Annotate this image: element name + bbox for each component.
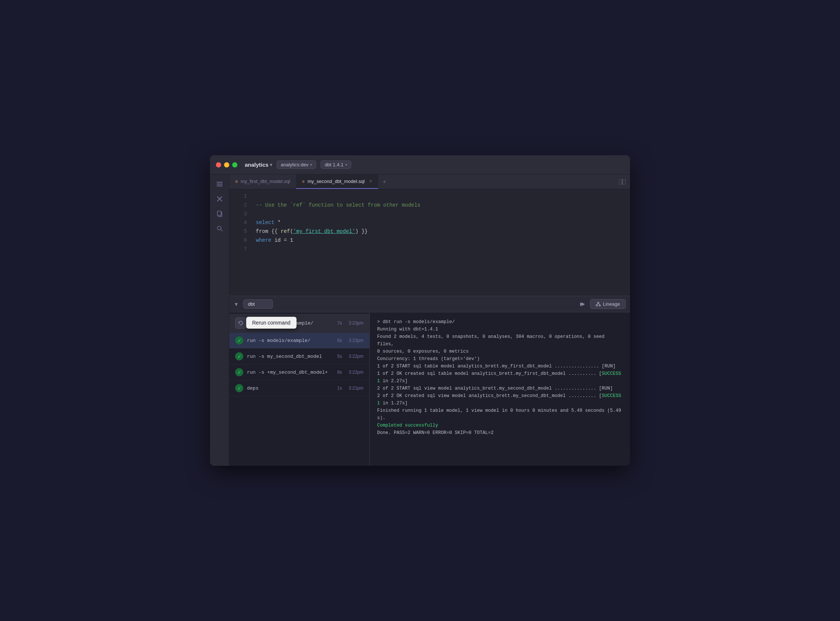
log-line: 1 in 2.27s]	[377, 377, 623, 385]
run-item-label: run -s +my_second_dbt_model+	[247, 370, 334, 375]
app-name-label: analytics	[245, 162, 268, 168]
run-item-label: run -s models/example/	[247, 338, 334, 344]
run-duration: 8s	[337, 370, 342, 375]
code-line-7: 7	[229, 245, 630, 254]
list-item[interactable]: ✓ run -s models/example/ 6s 3:22pm	[229, 333, 369, 348]
svg-rect-2	[217, 186, 223, 186]
svg-line-6	[221, 230, 222, 231]
run-item-label: deps	[247, 386, 334, 391]
svg-point-13	[599, 304, 600, 306]
svg-rect-1	[217, 184, 223, 185]
sidebar-item-search[interactable]	[213, 222, 226, 235]
success-icon: ✓	[235, 384, 243, 392]
log-line: > dbt run -s models/example/	[377, 318, 623, 326]
runs-list-wrapper: Rerun command run -s models/example/	[229, 314, 369, 333]
app-window: analytics ▾ analytics:dev ▾ dbt 1.4.1 ▾	[210, 155, 630, 466]
tab-first-label: my_first_dbt_model.sql	[241, 179, 290, 184]
tab-icon-second: ≡	[302, 179, 305, 184]
svg-point-12	[596, 304, 597, 306]
tabs-bar: ≡ my_first_dbt_model.sql ≡ my_second_dbt…	[229, 174, 630, 189]
bottom-panel: ▼	[229, 296, 630, 466]
tab-add-button[interactable]: +	[378, 174, 390, 189]
rerun-tooltip: Rerun command	[246, 317, 297, 329]
log-line: Concurrency: 1 threads (target='dev')	[377, 355, 623, 363]
maximize-button[interactable]	[232, 162, 237, 167]
minimize-button[interactable]	[224, 162, 229, 167]
tooltip-text: Rerun command	[252, 320, 291, 326]
run-item-label: run -s my_second_dbt_model	[247, 354, 334, 359]
sidebar-item-files[interactable]	[213, 177, 226, 191]
close-button[interactable]	[216, 162, 221, 167]
app-dropdown-icon[interactable]: ▾	[270, 162, 272, 167]
svg-point-11	[597, 302, 599, 303]
traffic-lights	[216, 162, 237, 167]
dbt-version-selector[interactable]: dbt 1.4.1 ▾	[320, 161, 351, 169]
log-line: Done. PASS=2 WARN=0 ERROR=0 SKIP=0 TOTAL…	[377, 429, 623, 436]
dbt-chevron-icon: ▾	[345, 163, 347, 167]
svg-rect-4	[217, 211, 221, 215]
list-item[interactable]: ✓ run -s my_second_dbt_model 5s 3:22pm	[229, 348, 369, 365]
log-line: 1 of 2 START sql table model analytics_b…	[377, 363, 623, 370]
env-chevron-icon: ▾	[310, 163, 312, 167]
log-line: 0 sources, 0 exposures, 0 metrics	[377, 348, 623, 355]
panel-header: ▼	[229, 296, 630, 312]
list-item[interactable]: ✓ deps 1s 3:21pm	[229, 380, 369, 396]
log-line-success: Completed successfully	[377, 422, 623, 429]
tab-first-model[interactable]: ≡ my_first_dbt_model.sql	[229, 174, 296, 189]
tab-icon-first: ≡	[235, 179, 238, 184]
sidebar-item-close[interactable]	[213, 192, 226, 206]
sidebar	[210, 174, 229, 466]
svg-rect-8	[623, 179, 626, 185]
run-time: 3:22pm	[349, 354, 364, 359]
add-tab-icon: +	[383, 179, 386, 185]
run-duration: 6s	[337, 338, 342, 343]
log-line: 1 in 1.27s]	[377, 400, 623, 407]
tab-close-icon[interactable]: ✕	[369, 179, 372, 184]
sidebar-item-copy[interactable]	[213, 207, 226, 220]
svg-rect-7	[619, 179, 622, 185]
editor-layout-button[interactable]	[614, 174, 630, 189]
tab-second-label: my_second_dbt_model.sql	[308, 179, 365, 184]
code-line-3: 3	[229, 210, 630, 219]
dbt-version-label: dbt 1.4.1	[324, 162, 343, 167]
list-item[interactable]: ✓ run -s +my_second_dbt_model+ 8s 3:22pm	[229, 365, 369, 380]
main-layout: ≡ my_first_dbt_model.sql ≡ my_second_dbt…	[210, 174, 630, 466]
svg-line-15	[598, 303, 600, 304]
env-selector[interactable]: analytics:dev ▾	[276, 161, 316, 169]
app-title[interactable]: analytics ▾	[245, 162, 272, 168]
code-line-1: 1	[229, 192, 630, 201]
dbt-command-input[interactable]	[243, 299, 273, 309]
log-line: 2 of 2 OK created sql view model analyti…	[377, 392, 623, 400]
log-line: 2 of 2 START sql view model analytics_br…	[377, 385, 623, 392]
svg-marker-10	[582, 302, 585, 306]
titlebar: analytics ▾ analytics:dev ▾ dbt 1.4.1 ▾	[210, 155, 630, 174]
runs-list: Rerun command run -s models/example/	[229, 312, 370, 466]
code-line-6: 6 where id = 1	[229, 236, 630, 245]
code-editor[interactable]: 1 2 -- Use the `ref` function to select …	[229, 189, 630, 296]
run-duration: 5s	[337, 354, 342, 359]
tab-second-model[interactable]: ≡ my_second_dbt_model.sql ✕	[296, 174, 379, 189]
lineage-label: Lineage	[603, 301, 620, 307]
editor-area: ≡ my_first_dbt_model.sql ≡ my_second_dbt…	[229, 174, 630, 466]
success-icon: ✓	[235, 336, 243, 344]
success-icon: ✓	[235, 368, 243, 376]
lineage-button[interactable]: Lineage	[590, 299, 626, 309]
tabs-spacer	[391, 174, 614, 189]
log-line: s).	[377, 414, 623, 422]
run-duration: 1s	[337, 386, 342, 391]
panel-content: Rerun command run -s models/example/	[229, 312, 630, 466]
run-time: 3:21pm	[349, 386, 364, 391]
svg-rect-0	[217, 182, 223, 183]
rerun-button[interactable]	[235, 318, 246, 329]
panel-collapse-icon[interactable]: ▼	[234, 301, 239, 307]
run-time: 3:22pm	[349, 370, 364, 375]
run-log: > dbt run -s models/example/ Running wit…	[370, 312, 630, 466]
log-line: Running with dbt=1.4.1	[377, 326, 623, 333]
run-time: 3:22pm	[349, 338, 364, 343]
code-line-5: 5 from {{ ref('my_first_dbt_model') }}	[229, 227, 630, 236]
log-line: 1 of 2 OK created sql table model analyt…	[377, 370, 623, 377]
success-icon: ✓	[235, 352, 243, 360]
run-duration: 7s	[337, 321, 342, 326]
run-command-button[interactable]	[577, 299, 587, 309]
log-line: Found 2 models, 4 tests, 0 snapshots, 0 …	[377, 333, 623, 348]
